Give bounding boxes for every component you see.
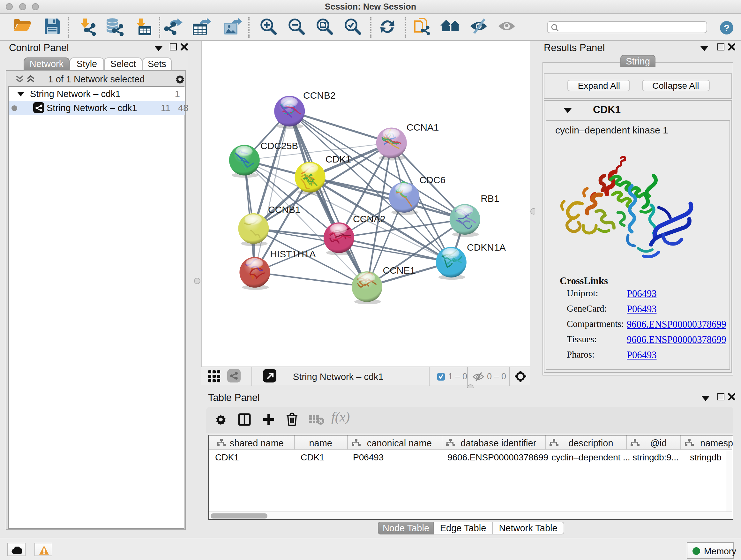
svg-text:CCNE1: CCNE1 [383, 265, 415, 275]
svg-text:CCNB1: CCNB1 [268, 204, 300, 215]
svg-text:CCNA1: CCNA1 [407, 122, 439, 132]
svg-text:HIST1H1A: HIST1H1A [270, 249, 316, 259]
svg-text:CDC6: CDC6 [419, 175, 446, 185]
svg-text:CDK1: CDK1 [326, 154, 351, 165]
svg-text:RB1: RB1 [481, 193, 499, 204]
svg-text:CCNB2: CCNB2 [303, 90, 336, 101]
svg-text:CDKN1A: CDKN1A [467, 242, 506, 253]
svg-text:CDC25B: CDC25B [260, 140, 298, 151]
svg-text:CCNA2: CCNA2 [353, 213, 386, 224]
